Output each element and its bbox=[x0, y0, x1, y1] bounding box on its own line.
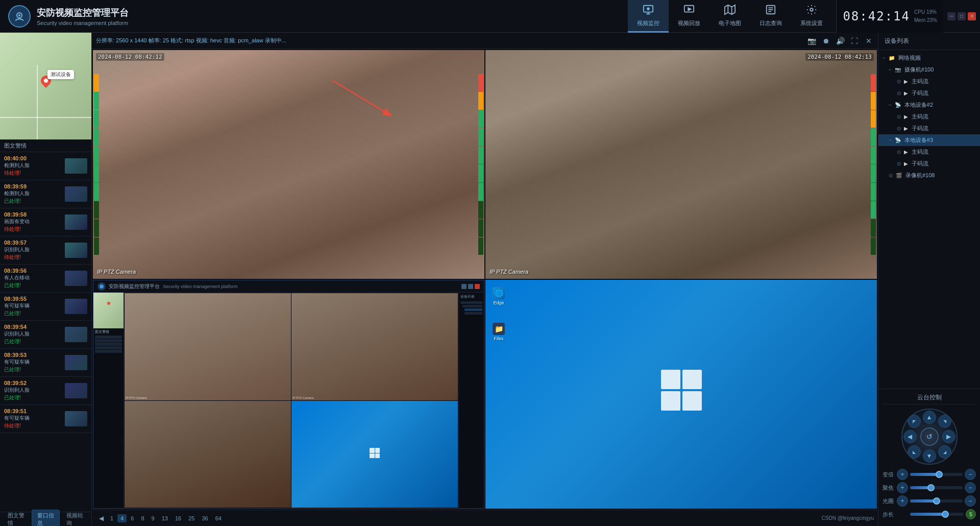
focus-slider-thumb[interactable] bbox=[927, 484, 935, 491]
ptz-left-button[interactable]: ◀ bbox=[903, 430, 917, 443]
prev-icon[interactable]: ◀ bbox=[96, 513, 106, 523]
tree-item-网络视频[interactable]: −📁网络视频 bbox=[878, 52, 980, 64]
grid-size-9[interactable]: 9 bbox=[149, 514, 158, 522]
video-info: 分辨率: 2560 x 1440 帧率: 25 格式: rtsp 视频: hev… bbox=[96, 37, 802, 44]
ptz-downright-button[interactable]: ◢ bbox=[938, 445, 951, 459]
grid-size-4[interactable]: 4 bbox=[117, 514, 127, 522]
windows-logo bbox=[661, 370, 702, 411]
csdn-watermark: CSDN @feiyangcingyu bbox=[822, 515, 874, 521]
focus-minus-button[interactable]: − bbox=[965, 482, 976, 493]
iris-slider[interactable] bbox=[910, 499, 963, 503]
video-timestamp-2: 2024-08-12 08:42:13 bbox=[805, 53, 874, 61]
tree-item-录像机#108[interactable]: ⊙🎬录像机#108 bbox=[878, 170, 980, 181]
nav-electronic-map[interactable]: 电子地图 bbox=[709, 0, 750, 33]
screenshot-max[interactable] bbox=[468, 284, 473, 289]
tree-expand-icon: − bbox=[889, 137, 892, 143]
tree-item-子码流[interactable]: ⊙▶子码流 bbox=[878, 87, 980, 99]
ptz-up-button[interactable]: ▲ bbox=[923, 411, 936, 424]
grid-size-13[interactable]: 13 bbox=[159, 514, 171, 522]
tree-item-子码流[interactable]: ⊙▶子码流 bbox=[878, 158, 980, 170]
alert-desc: 有可疑车辆 bbox=[4, 302, 62, 309]
tree-type-icon: 📡 bbox=[895, 137, 901, 143]
sound-icon[interactable]: 🔊 bbox=[835, 36, 845, 46]
ptz-center-button[interactable]: ↺ bbox=[920, 427, 939, 446]
alert-item[interactable]: 08:39:57 识别到人脸 待处理! bbox=[0, 236, 91, 265]
win-logo-q4 bbox=[682, 391, 702, 411]
alert-item[interactable]: 08:40:00 检测到人脸 待处理! bbox=[0, 152, 91, 180]
nav-video-monitor[interactable]: 视频监控 bbox=[628, 0, 669, 33]
screenshot-close[interactable] bbox=[475, 284, 480, 289]
step-slider[interactable] bbox=[910, 513, 964, 516]
nav-video-playback[interactable]: 视频回放 bbox=[669, 0, 709, 33]
alert-info: 08:39:58 画面有变动 待处理! bbox=[4, 211, 62, 233]
video-cell-3[interactable]: 安防视频监控管理平台 Security video management pla… bbox=[93, 280, 484, 509]
alert-item[interactable]: 08:39:54 识别到人脸 已处理! bbox=[0, 321, 91, 349]
svg-point-3 bbox=[647, 7, 650, 10]
grid-size-16[interactable]: 16 bbox=[172, 514, 184, 522]
iris-plus-button[interactable]: + bbox=[897, 495, 908, 507]
fullscreen-icon[interactable]: ⛶ bbox=[849, 36, 860, 46]
tree-item-摄像机#100[interactable]: −📷摄像机#100 bbox=[878, 64, 980, 76]
bottom-tab-窗口信息[interactable]: 窗口信息 bbox=[32, 510, 60, 527]
record-icon[interactable]: ⏺ bbox=[821, 36, 831, 46]
grid-size-25[interactable]: 25 bbox=[185, 514, 198, 522]
map-canvas[interactable]: 测试设备 bbox=[0, 33, 91, 139]
step-slider-thumb[interactable] bbox=[942, 511, 949, 518]
zoom-plus-button[interactable]: + bbox=[897, 469, 908, 480]
alert-item[interactable]: 08:39:53 有可疑车辆 已处理! bbox=[0, 349, 91, 377]
snapshot-icon[interactable]: 📷 bbox=[806, 36, 817, 46]
alert-item[interactable]: 08:39:55 有可疑车辆 已处理! bbox=[0, 293, 91, 321]
focus-control-row: 聚焦 + − bbox=[883, 482, 976, 493]
nav-log-query[interactable]: 日志查询 bbox=[750, 0, 791, 33]
grid-size-8[interactable]: 8 bbox=[138, 514, 147, 522]
desktop-icon-2[interactable]: 📁 Files bbox=[491, 321, 507, 343]
tree-expand-icon: ⊙ bbox=[897, 149, 901, 155]
alert-desc: 识别到人脸 bbox=[4, 246, 62, 253]
zoom-slider[interactable] bbox=[910, 473, 963, 476]
alert-item[interactable]: 08:39:56 有人在移动 已处理! bbox=[0, 265, 91, 293]
video-cell-2[interactable]: 2024-08-12 08:42:13 IP PTZ Camera bbox=[485, 50, 877, 279]
zoom-slider-thumb[interactable] bbox=[936, 471, 943, 478]
app-subtitle: Security video management platform bbox=[37, 20, 129, 26]
alert-thumb-image bbox=[65, 214, 87, 230]
tree-item-主码流[interactable]: ⊙▶主码流 bbox=[878, 76, 980, 87]
close-stream-icon[interactable]: ✕ bbox=[864, 36, 874, 46]
close-button[interactable]: ✕ bbox=[968, 12, 976, 20]
bottom-tab-图文警情[interactable]: 图文警情 bbox=[2, 510, 31, 527]
bottom-tab-视频轮询[interactable]: 视频轮询 bbox=[61, 510, 89, 527]
alert-item[interactable]: 08:39:52 识别到人脸 已处理! bbox=[0, 377, 91, 405]
tree-item-本地设备#2[interactable]: −📡本地设备#2 bbox=[878, 99, 980, 111]
zoom-minus-button[interactable]: − bbox=[965, 469, 976, 480]
tree-item-子码流[interactable]: ⊙▶子码流 bbox=[878, 123, 980, 134]
alert-time: 08:39:57 bbox=[4, 240, 62, 246]
grid-size-64[interactable]: 64 bbox=[212, 514, 225, 522]
ptz-right-button[interactable]: ▶ bbox=[942, 430, 955, 443]
tree-item-主码流[interactable]: ⊙▶主码流 bbox=[878, 111, 980, 123]
nav-system-settings[interactable]: 系统设置 bbox=[791, 0, 832, 33]
ptz-upright-button[interactable]: ◥ bbox=[938, 415, 951, 428]
ptz-upleft-button[interactable]: ◤ bbox=[908, 415, 921, 428]
iris-minus-button[interactable]: − bbox=[965, 495, 976, 507]
iris-slider-thumb[interactable] bbox=[933, 497, 940, 505]
win-logo-q3 bbox=[661, 391, 680, 411]
grid-size-6[interactable]: 6 bbox=[128, 514, 137, 522]
video-cell-1[interactable]: 2024-08-12 08:42:12 IP PTZ Camera bbox=[93, 50, 484, 279]
screenshot-min[interactable] bbox=[461, 284, 467, 289]
tree-item-主码流[interactable]: ⊙▶主码流 bbox=[878, 146, 980, 158]
tree-item-本地设备#3[interactable]: −📡本地设备#3 bbox=[878, 134, 980, 146]
iris-control-row: 光圈 + − bbox=[883, 495, 976, 507]
grid-size-1[interactable]: 1 bbox=[107, 514, 116, 522]
desktop-icon-1[interactable]: 🌐 Edge bbox=[491, 285, 507, 307]
minimize-button[interactable]: ─ bbox=[947, 12, 955, 20]
video-cell-4[interactable]: 🌐 Edge 📁 Files bbox=[485, 280, 877, 509]
ptz-downleft-button[interactable]: ◣ bbox=[908, 445, 921, 459]
focus-plus-button[interactable]: + bbox=[897, 482, 908, 493]
right-panel: 设备列表 −📁网络视频−📷摄像机#100⊙▶主码流⊙▶子码流−📡本地设备#2⊙▶… bbox=[878, 33, 980, 526]
alert-item[interactable]: 08:39:59 检测到人脸 已处理! bbox=[0, 180, 91, 208]
alert-item[interactable]: 08:39:51 有可疑车辆 待处理! bbox=[0, 405, 91, 433]
grid-size-36[interactable]: 36 bbox=[199, 514, 211, 522]
ptz-down-button[interactable]: ▼ bbox=[923, 449, 936, 463]
maximize-button[interactable]: □ bbox=[958, 12, 966, 20]
focus-slider[interactable] bbox=[910, 486, 963, 489]
alert-item[interactable]: 08:39:58 画面有变动 待处理! bbox=[0, 208, 91, 236]
